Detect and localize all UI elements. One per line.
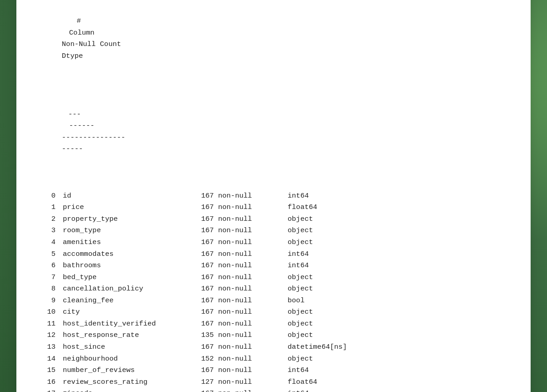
row-column-name: host_response_rate [56,330,201,341]
row-non-null: 167 non-null [201,318,288,330]
row-column-name: city [56,306,201,318]
row-column-name: zipcode [56,388,201,392]
row-column-name: room_type [56,225,201,237]
row-dtype: float64 [288,202,317,214]
row-dtype: int64 [288,388,309,392]
row-non-null: 127 non-null [201,377,288,388]
row-non-null: 167 non-null [201,283,288,295]
row-num: 17 [36,388,56,392]
row-column-name: neighbourhood [56,353,201,365]
col-header-null: Non-Null Count [62,39,148,51]
row-num: 4 [36,237,56,249]
row-num: 14 [36,353,56,365]
row-non-null: 167 non-null [201,306,288,318]
table-row: 12host_response_rate135 non-nullobject [36,330,511,341]
row-column-name: host_since [56,341,201,353]
table-row: 15number_of_reviews167 non-nullint64 [36,365,511,377]
col-header-column: Column [62,27,208,39]
row-num: 8 [36,283,56,295]
row-dtype: int64 [288,190,309,202]
row-num: 16 [36,377,56,388]
row-column-name: id [56,190,201,202]
row-dtype: float64 [288,377,317,388]
row-column-name: bathrooms [56,260,201,272]
row-dtype: object [288,306,313,318]
row-column-name: accommodates [56,249,201,260]
row-column-name: amenities [56,237,201,249]
row-non-null: 167 non-null [201,272,288,284]
table-separator-row: --- ------ --------------- ----- [36,97,511,167]
row-non-null: 167 non-null [201,190,288,202]
row-non-null: 167 non-null [201,365,288,377]
table-row: 14neighbourhood152 non-nullobject [36,353,511,365]
col-header-dtype: Dtype [62,51,83,62]
row-num: 12 [36,330,56,341]
row-non-null: 167 non-null [201,237,288,249]
table-row: 6bathrooms167 non-nullint64 [36,260,511,272]
row-dtype: object [288,283,313,295]
row-num: 1 [36,202,56,214]
table-row: 16review_scores_rating127 non-nullfloat6… [36,377,511,388]
row-non-null: 167 non-null [201,225,288,237]
row-num: 9 [36,295,56,307]
row-column-name: review_scores_rating [56,377,201,388]
table-row: 10city167 non-nullobject [36,306,511,318]
row-num: 15 [36,365,56,377]
row-non-null: 152 non-null [201,353,288,365]
row-non-null: 167 non-null [201,214,288,225]
table-row: 17zipcode167 non-nullint64 [36,388,511,392]
table-row: 4amenities167 non-nullobject [36,237,511,249]
table-row: 2property_type167 non-nullobject [36,214,511,225]
table-body: 0id167 non-nullint641price167 non-nullfl… [36,190,511,392]
table-row: 13host_since167 non-nulldatetime64[ns] [36,341,511,353]
row-dtype: int64 [288,260,309,272]
row-num: 3 [36,225,56,237]
row-non-null: 167 non-null [201,249,288,260]
row-non-null: 167 non-null [201,202,288,214]
row-column-name: property_type [56,214,201,225]
row-num: 13 [36,341,56,353]
row-dtype: object [288,330,313,341]
table-row: 5accommodates167 non-nullint64 [36,249,511,260]
row-dtype: int64 [288,365,309,377]
row-column-name: price [56,202,201,214]
row-column-name: cleaning_fee [56,295,201,307]
table-header-row: # Column Non-Null Count Dtype [36,4,511,74]
row-non-null: 167 non-null [201,295,288,307]
row-column-name: cancellation_policy [56,283,201,295]
sep-dtype: ----- [62,143,83,155]
row-non-null: 135 non-null [201,330,288,341]
table-row: 7bed_type167 non-nullobject [36,272,511,284]
row-dtype: object [288,318,313,330]
row-dtype: object [288,353,313,365]
row-non-null: 167 non-null [201,260,288,272]
row-dtype: datetime64[ns] [288,341,347,353]
table-row: 0id167 non-nullint64 [36,190,511,202]
col-header-num: # [62,15,81,27]
row-column-name: number_of_reviews [56,365,201,377]
sep-null: --------------- [62,132,148,144]
row-non-null: 167 non-null [201,341,288,353]
row-dtype: bool [288,295,304,307]
table-row: 9cleaning_fee167 non-nullbool [36,295,511,307]
row-num: 5 [36,249,56,260]
row-num: 6 [36,260,56,272]
row-dtype: object [288,237,313,249]
output-card: <class 'pandas.core.frame.DataFrame'> Ra… [16,0,531,392]
row-non-null: 167 non-null [201,388,288,392]
row-dtype: object [288,225,313,237]
table-row: 1price167 non-nullfloat64 [36,202,511,214]
sep-column: ------ [62,120,208,132]
sep-num: --- [62,109,81,121]
table-row: 3room_type167 non-nullobject [36,225,511,237]
table-row: 8cancellation_policy167 non-nullobject [36,283,511,295]
row-column-name: host_identity_verified [56,318,201,330]
row-column-name: bed_type [56,272,201,284]
row-num: 7 [36,272,56,284]
row-dtype: object [288,214,313,225]
row-dtype: object [288,272,313,284]
row-num: 2 [36,214,56,225]
row-num: 0 [36,190,56,202]
row-dtype: int64 [288,249,309,260]
table-row: 11host_identity_verified167 non-nullobje… [36,318,511,330]
